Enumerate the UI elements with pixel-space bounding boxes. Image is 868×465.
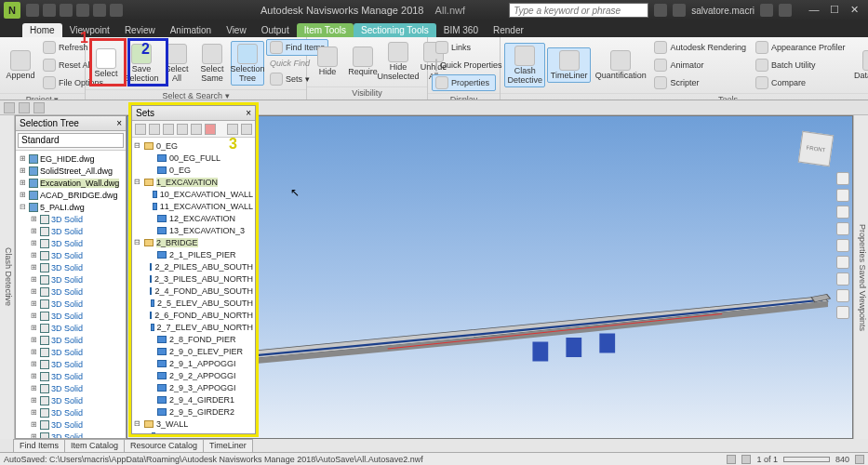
sets-set-node[interactable]: 2_2_PILES_ABU_SOUTH (147, 260, 253, 272)
sets-duplicate-icon[interactable] (177, 124, 188, 135)
bottom-tab-resource-catalog[interactable]: Resource Catalog (124, 439, 204, 452)
status-sheet-icon[interactable] (741, 455, 751, 464)
sets-set-node[interactable]: 0_EG (147, 164, 253, 176)
nav-section-icon[interactable] (836, 306, 849, 319)
tab-review[interactable]: Review (117, 23, 163, 37)
sets-set-node[interactable]: 2_9_0_ELEV_PIER (147, 345, 253, 357)
tree-solid-node[interactable]: ⊞3D Solid (29, 370, 124, 382)
sets-new-search-icon[interactable] (149, 124, 160, 135)
sets-save-icon[interactable] (163, 124, 174, 135)
autodesk-rendering-button[interactable]: Autodesk Rendering (650, 39, 750, 56)
viewcube[interactable]: FRONT (798, 131, 834, 166)
sets-options-icon[interactable] (241, 124, 252, 135)
close-button[interactable]: ✕ (846, 4, 864, 17)
tab-bim360[interactable]: BIM 360 (436, 23, 486, 37)
user-name[interactable]: salvatore.macri (691, 6, 754, 16)
sets-delete-icon[interactable] (205, 124, 216, 135)
sets-set-node[interactable]: 2_1_PILES_PIER (147, 248, 253, 260)
sets-set-node[interactable]: 2_6_FOND_ABU_NORTH (147, 309, 253, 321)
clash-detective-button[interactable]: Clash Detective (504, 43, 545, 88)
left-dock-tab-clash[interactable]: Clash Detective (0, 115, 15, 439)
sets-folder-node[interactable]: ⊟2_BRIDGE (134, 236, 253, 248)
select-same-button[interactable]: Select Same (195, 41, 229, 86)
tab-viewpoint[interactable]: Viewpoint (62, 23, 117, 37)
sets-set-node[interactable]: 2_9_5_GIRDER2 (147, 405, 253, 418)
sets-set-node[interactable]: 2_7_ELEV_ABU_NORTH (147, 321, 253, 333)
sets-set-node[interactable]: 2_9_3_APPOGGI (147, 381, 253, 393)
quantification-button[interactable]: Quantification (593, 47, 649, 84)
sets-close-icon[interactable]: × (246, 108, 251, 118)
right-dock-tabs[interactable]: Properties Saved Viewpoints (853, 115, 868, 439)
help-search-input[interactable] (509, 3, 648, 18)
sets-set-node[interactable]: 11_EXCAVATION_WALL (147, 200, 253, 212)
tree-file-node[interactable]: ⊟5_PALI.dwg (18, 201, 124, 213)
hide-unselected-button[interactable]: Hide Unselected (381, 39, 415, 85)
hide-button[interactable]: Hide (311, 44, 344, 80)
compare-button[interactable]: Compare (752, 74, 849, 91)
tab-sectioning-tools[interactable]: Sectioning Tools (354, 23, 436, 37)
bottom-tab-item-catalog[interactable]: Item Catalog (64, 439, 125, 452)
tree-file-node[interactable]: ⊞SolidStreet_All.dwg (18, 165, 124, 177)
tree-solid-node[interactable]: ⊞3D Solid (29, 358, 124, 370)
tree-solid-node[interactable]: ⊞3D Solid (29, 382, 124, 394)
navigation-bar[interactable] (835, 172, 850, 429)
tree-solid-node[interactable]: ⊞3D Solid (29, 286, 124, 298)
append-button[interactable]: Append (4, 47, 37, 84)
tree-file-node[interactable]: ⊞EG_HIDE.dwg (18, 153, 124, 165)
qat-new-icon[interactable] (26, 4, 39, 17)
nav-orbit-icon[interactable] (836, 222, 849, 235)
bottom-tab-find-items[interactable]: Find Items (13, 439, 65, 452)
sets-new-folder-icon[interactable] (135, 124, 146, 135)
tree-solid-node[interactable]: ⊞3D Solid (29, 394, 124, 406)
selection-tree-close-icon[interactable]: × (116, 118, 122, 128)
tab-view[interactable]: View (219, 23, 254, 37)
datatools-button[interactable]: DataTools (851, 47, 868, 84)
tab-render[interactable]: Render (486, 23, 531, 37)
tree-solid-node[interactable]: ⊞3D Solid (29, 213, 124, 225)
tree-solid-node[interactable]: ⊞3D Solid (29, 273, 124, 286)
tab-animation[interactable]: Animation (163, 23, 219, 37)
tree-solid-node[interactable]: ⊞3D Solid (29, 346, 124, 358)
sets-set-node[interactable]: 2_5_ELEV_ABU_SOUTH (147, 297, 253, 309)
tree-solid-node[interactable]: ⊞3D Solid (29, 261, 124, 273)
sets-tree[interactable]: ⊟0_EG00_EG_FULL0_EG⊟1_EXCAVATION10_EXCAV… (132, 138, 255, 433)
properties-button[interactable]: Properties (432, 74, 496, 91)
help-icon[interactable] (779, 4, 792, 17)
exchange-icon[interactable] (760, 4, 773, 17)
sets-folder-node[interactable]: ⊟3_WALL (134, 418, 253, 430)
sets-sort-icon[interactable] (227, 124, 238, 135)
tab-item-tools[interactable]: Item Tools (297, 23, 354, 37)
animator-button[interactable]: Animator (650, 57, 750, 73)
selection-tree-body[interactable]: ⊞EG_HIDE.dwg⊞SolidStreet_All.dwg⊞Excavat… (16, 150, 126, 438)
quick-access-toolbar[interactable] (26, 4, 123, 17)
nav-walk-icon[interactable] (836, 256, 849, 269)
sets-set-node[interactable]: 2_3_PILES_ABU_NORTH (147, 272, 253, 285)
tree-file-node[interactable]: ⊞ACAD_BRIDGE.dwg (18, 189, 124, 201)
nav-fly-icon[interactable] (836, 272, 849, 286)
tree-solid-node[interactable]: ⊞3D Solid (29, 225, 124, 237)
selection-tree-mode-combo[interactable]: Standard (18, 133, 124, 148)
nav-zoom-icon[interactable] (836, 206, 849, 219)
sets-set-node[interactable]: 12_EXCAVATION (147, 212, 253, 224)
qat-undo-icon[interactable] (93, 4, 106, 17)
tree-file-node[interactable]: ⊞Excavation_Wall.dwg (18, 177, 124, 189)
appearance-profiler-button[interactable]: Appearance Profiler (752, 39, 849, 56)
scripter-button[interactable]: Scripter (650, 74, 750, 91)
sets-set-node[interactable]: 10_EXCAVATION_WALL (147, 188, 253, 200)
qat-print-icon[interactable] (76, 4, 89, 17)
sets-set-node[interactable]: 13_EXCAVATION_3 (147, 224, 253, 236)
sets-set-node[interactable]: 2_9_4_GIRDER1 (147, 393, 253, 405)
sets-set-node[interactable]: 00_EG_FULL (147, 152, 253, 164)
tree-solid-node[interactable]: ⊞3D Solid (29, 322, 124, 334)
tree-solid-node[interactable]: ⊞3D Solid (29, 249, 124, 261)
group-project-label[interactable]: Project ▾ (0, 93, 85, 100)
group-select-label[interactable]: Select & Search ▾ (86, 89, 306, 100)
nav-camera-icon[interactable] (836, 289, 849, 302)
sets-set-node[interactable]: 2_8_FOND_PIER (147, 333, 253, 345)
tree-solid-node[interactable]: ⊞3D Solid (29, 237, 124, 249)
minimize-button[interactable]: — (805, 4, 823, 17)
infocenter-icon[interactable] (654, 4, 667, 17)
tree-solid-node[interactable]: ⊞3D Solid (29, 431, 124, 438)
selection-tree-button[interactable]: Selection Tree (231, 41, 264, 86)
doc-save-icon[interactable] (19, 102, 30, 113)
